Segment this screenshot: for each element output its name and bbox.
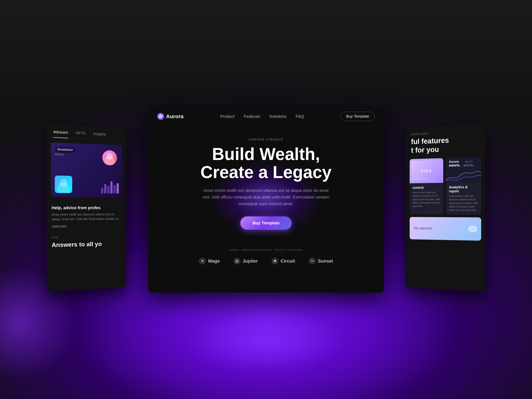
right-panel: FEATURES ful features t for you VISA •••… bbox=[406, 124, 485, 291]
faq-section: FAQ Answers to all yo bbox=[47, 231, 126, 253]
hero-section: AURORA FINANCE Build Wealth, Create a Le… bbox=[148, 127, 384, 241]
logo-icon bbox=[157, 113, 164, 120]
content-title: Help, advice from profes bbox=[52, 205, 122, 210]
card-label: Breakdown bbox=[55, 146, 76, 153]
trust-section: 2048+ ORGANIZATIONS TRUST AURORA ✦ Mage … bbox=[148, 241, 384, 270]
circuit-icon: ❋ bbox=[272, 258, 278, 265]
analytics-card-title: Analytics & report bbox=[449, 185, 478, 193]
trust-logo-sunset: 〜 Sunset bbox=[309, 258, 333, 265]
left-content: Help, advice from profes Amet minim moll… bbox=[47, 201, 126, 232]
hero-title-line2: Create a Legacy bbox=[200, 163, 332, 182]
left-panel: Advisors NFTS Insights Breakdown Weekly bbox=[47, 124, 126, 291]
sunset-label: Sunset bbox=[318, 258, 333, 264]
jupiter-icon: ◎ bbox=[234, 258, 240, 265]
mage-icon: ✦ bbox=[199, 258, 206, 265]
visa-card: VISA •••• •••• •••• 4242 control Amet mi… bbox=[410, 158, 443, 215]
trust-logos: ✦ Mage ◎ Jupiter ❋ Circuit 〜 bbox=[163, 258, 369, 265]
visa-card-image: VISA •••• •••• •••• 4242 bbox=[410, 158, 443, 183]
buy-template-button[interactable]: Buy Template bbox=[341, 112, 375, 121]
content-text: Amet minim mollit non deserunt ullamco e… bbox=[52, 212, 122, 222]
visa-card-text: Amet minim mollit non deserunt ullamco e… bbox=[412, 190, 440, 208]
hero-label: AURORA FINANCE bbox=[163, 138, 369, 141]
watchlist-text: My watchlist bbox=[414, 226, 432, 230]
features-title: ful features t for you bbox=[406, 133, 485, 159]
left-card: Breakdown Weekly bbox=[51, 142, 122, 197]
trust-logo-jupiter: ◎ Jupiter bbox=[234, 258, 258, 265]
analytics-chart: Aurora reports Mar 21 - Apr 13 Outcome I… bbox=[446, 157, 481, 183]
jupiter-label: Jupiter bbox=[243, 258, 258, 264]
avatar-1 bbox=[102, 150, 117, 165]
visa-card-content: control Amet minim mollit non deserunt u… bbox=[410, 183, 443, 210]
tab-advisors[interactable]: Advisors bbox=[53, 130, 68, 138]
legend-income-label: Income bbox=[466, 164, 474, 167]
nav-links: Product Features Solutions FAQ bbox=[220, 114, 304, 119]
nav-features[interactable]: Features bbox=[244, 114, 260, 119]
mockup-container: Advisors NFTS Insights Breakdown Weekly bbox=[38, 66, 494, 332]
card-sublabel: Weekly bbox=[55, 152, 64, 156]
logo: Aurora bbox=[157, 113, 184, 120]
nav-solutions[interactable]: Solutions bbox=[269, 114, 287, 119]
learn-more-link[interactable]: Learn more bbox=[52, 224, 67, 228]
faq-title: Answers to all yo bbox=[52, 240, 122, 249]
circuit-label: Circuit bbox=[281, 258, 295, 264]
logo-text: Aurora bbox=[166, 114, 184, 120]
cards-grid: VISA •••• •••• •••• 4242 control Amet mi… bbox=[406, 157, 485, 215]
faq-label: FAQ bbox=[52, 235, 122, 239]
legend-income: Income bbox=[464, 164, 474, 167]
navbar: Aurora Product Features Solutions FAQ Bu… bbox=[148, 106, 384, 127]
watchlist-card: My watchlist → bbox=[410, 217, 481, 241]
hero-cta-button[interactable]: Buy Template bbox=[240, 216, 292, 230]
avatar-2 bbox=[55, 176, 72, 193]
scene-container: Advisors NFTS Insights Breakdown Weekly bbox=[0, 0, 532, 399]
hero-subtitle: Amet minim mollit non deserunt ullamco e… bbox=[201, 187, 331, 207]
features-title-line1: ful features bbox=[411, 136, 449, 146]
analytics-card-text: Amet minim mollit non deserunt ullamco e… bbox=[449, 194, 478, 212]
features-title-line2: t for you bbox=[411, 145, 439, 154]
trust-label: 2048+ ORGANIZATIONS TRUST AURORA bbox=[163, 248, 369, 252]
line-chart-svg bbox=[446, 169, 481, 183]
trust-logo-circuit: ❋ Circuit bbox=[272, 258, 295, 265]
nav-product[interactable]: Product bbox=[220, 114, 235, 119]
hero-title: Build Wealth, Create a Legacy bbox=[163, 145, 369, 181]
sunset-icon: 〜 bbox=[309, 258, 316, 265]
tab-insights[interactable]: Insights bbox=[93, 132, 106, 140]
nav-faq[interactable]: FAQ bbox=[296, 114, 304, 119]
analytics-card-content: Analytics & report Amet minim mollit non… bbox=[446, 182, 481, 215]
mini-chart bbox=[101, 178, 119, 193]
legend-outcome-label: Outcome bbox=[452, 165, 461, 167]
legend-outcome: Outcome bbox=[449, 165, 461, 168]
analytics-card: Aurora reports Mar 21 - Apr 13 Outcome I… bbox=[446, 157, 481, 215]
watchlist-arrow[interactable]: → bbox=[468, 226, 477, 232]
visa-card-title: control bbox=[412, 185, 440, 190]
mage-label: Mage bbox=[208, 258, 220, 264]
tab-nfts[interactable]: NFTS bbox=[76, 131, 86, 139]
hero-title-line1: Build Wealth, bbox=[212, 145, 320, 164]
center-panel: Aurora Product Features Solutions FAQ Bu… bbox=[148, 106, 384, 293]
trust-logo-mage: ✦ Mage bbox=[199, 258, 220, 265]
left-tabs: Advisors NFTS Insights bbox=[47, 124, 126, 141]
